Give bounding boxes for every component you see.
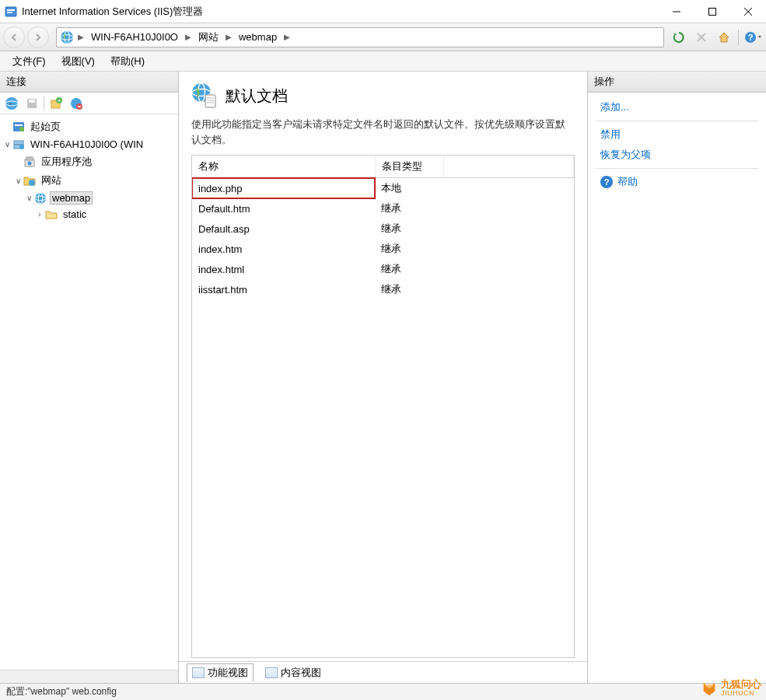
svg-rect-31	[26, 157, 33, 160]
default-documents-table[interactable]: 名称 条目类型 index.php本地 Default.htm继承 Defaul…	[192, 156, 574, 299]
action-revert[interactable]: 恢复为父项	[588, 145, 766, 165]
save-icon[interactable]	[23, 95, 40, 112]
forward-button[interactable]	[27, 26, 49, 48]
svg-point-32	[28, 162, 32, 166]
action-disable[interactable]: 禁用	[588, 124, 766, 145]
svg-point-29	[19, 145, 24, 149]
minimize-button[interactable]	[659, 0, 694, 23]
refresh-button[interactable]	[669, 28, 689, 47]
status-text: 配置:"webmap" web.config	[6, 685, 117, 698]
svg-point-26	[19, 127, 24, 131]
feature-pane: 默认文档 使用此功能指定当客户端未请求特定文件名时返回的默认文件。按优先级顺序设…	[179, 72, 587, 683]
connections-tree[interactable]: 起始页 ∨ WIN-F6AH10J0I0O (WIN 应用程序池 ∨ 网站 ∨	[0, 114, 178, 670]
separator	[596, 121, 758, 121]
add-connection-icon[interactable]: +	[47, 95, 65, 112]
svg-rect-25	[15, 124, 23, 126]
menu-view[interactable]: 视图(V)	[54, 52, 103, 71]
table-row[interactable]: Default.asp继承	[192, 219, 574, 239]
menu-help[interactable]: 帮助(H)	[103, 52, 152, 71]
connections-pane: 连接 + 起始页 ∨ WIN-F6AH10J0I0O (WIN 应用程序池	[0, 72, 179, 683]
close-button[interactable]	[730, 0, 766, 23]
svg-point-33	[29, 180, 35, 186]
separator	[738, 30, 739, 45]
view-tabs: 功能视图 内容视图	[179, 661, 587, 683]
collapse-icon[interactable]: ∨	[2, 140, 12, 149]
address-bar: ▶ WIN-F6AH10J0I0O ▶ 网站 ▶ webmap ▶ ?	[0, 23, 766, 51]
tree-app-pools[interactable]: 应用程序池	[2, 152, 177, 171]
stop-button[interactable]	[691, 28, 712, 47]
column-spacer	[444, 156, 574, 178]
tree-server[interactable]: ∨ WIN-F6AH10J0I0O (WIN	[2, 136, 177, 152]
home-button[interactable]	[714, 28, 734, 47]
breadcrumb-webmap[interactable]: webmap	[234, 28, 282, 47]
expand-icon[interactable]: ›	[34, 210, 45, 219]
column-entry-type[interactable]: 条目类型	[375, 156, 443, 178]
site-icon	[34, 192, 47, 205]
breadcrumb-sites[interactable]: 网站	[194, 28, 223, 47]
tab-features-view[interactable]: 功能视图	[187, 663, 254, 682]
column-name[interactable]: 名称	[192, 156, 375, 178]
connect-icon[interactable]	[3, 95, 20, 112]
features-view-icon	[192, 667, 205, 678]
default-document-icon	[191, 82, 218, 109]
svg-point-7	[61, 31, 73, 44]
sites-folder-icon	[23, 174, 36, 187]
connections-header: 连接	[0, 72, 178, 93]
horizontal-scrollbar[interactable]	[0, 670, 178, 683]
table-row[interactable]: index.html继承	[192, 259, 574, 279]
table-row[interactable]: index.php本地	[192, 178, 574, 199]
folder-icon	[45, 208, 58, 221]
tree-start-page[interactable]: 起始页	[2, 117, 177, 136]
tree-folder-static[interactable]: › static	[2, 206, 177, 222]
start-page-icon	[12, 121, 25, 133]
tree-site-webmap[interactable]: ∨ webmap	[2, 190, 177, 206]
fox-icon	[701, 680, 718, 697]
chevron-right-icon: ▶	[223, 33, 234, 41]
svg-rect-40	[205, 95, 215, 107]
action-help[interactable]: ? 帮助	[588, 172, 766, 192]
svg-rect-4	[709, 8, 716, 15]
help-icon: ?	[600, 176, 613, 188]
menu-file[interactable]: 文件(F)	[5, 52, 54, 71]
collapse-icon[interactable]: ∨	[23, 194, 34, 202]
svg-text:+: +	[58, 97, 61, 104]
actions-pane: 操作 添加... 禁用 恢复为父项 ? 帮助	[587, 72, 766, 683]
back-button[interactable]	[3, 26, 25, 48]
title-bar: Internet Information Services (IIS)管理器	[0, 0, 766, 23]
separator	[596, 168, 758, 169]
tree-sites[interactable]: ∨ 网站	[2, 171, 177, 190]
content-view-icon	[265, 667, 278, 678]
breadcrumb[interactable]: ▶ WIN-F6AH10J0I0O ▶ 网站 ▶ webmap ▶	[56, 27, 664, 47]
feature-title: 默认文档	[226, 86, 288, 107]
menu-bar: 文件(F) 视图(V) 帮助(H)	[0, 51, 766, 72]
server-icon	[12, 138, 25, 151]
breadcrumb-server[interactable]: WIN-F6AH10J0I0O	[86, 28, 183, 47]
app-icon	[5, 5, 17, 18]
chevron-right-icon: ▶	[75, 33, 86, 41]
separator	[44, 96, 44, 110]
connections-toolbar: +	[0, 93, 178, 114]
remove-connection-icon[interactable]	[68, 95, 85, 112]
chevron-right-icon: ▶	[183, 33, 194, 41]
actions-header: 操作	[588, 72, 766, 93]
svg-text:?: ?	[748, 33, 754, 42]
svg-rect-17	[29, 100, 35, 103]
table-row[interactable]: index.htm继承	[192, 239, 574, 259]
window-title: Internet Information Services (IIS)管理器	[22, 5, 659, 19]
table-row[interactable]: iisstart.htm继承	[192, 279, 574, 299]
feature-description: 使用此功能指定当客户端未请求特定文件名时返回的默认文件。按优先级顺序设置默认文档…	[191, 117, 575, 147]
action-add[interactable]: 添加...	[588, 97, 766, 117]
app-pools-icon	[23, 156, 36, 168]
status-bar: 配置:"webmap" web.config	[0, 683, 766, 700]
svg-rect-27	[14, 141, 23, 145]
svg-point-34	[35, 193, 46, 204]
collapse-icon[interactable]: ∨	[12, 177, 23, 185]
watermark: 九狐问心 JIUHUCN	[701, 679, 761, 697]
chevron-right-icon: ▶	[282, 33, 292, 41]
tab-content-view[interactable]: 内容视图	[260, 663, 327, 682]
table-row[interactable]: Default.htm继承	[192, 198, 574, 219]
help-dropdown-button[interactable]: ?	[743, 28, 763, 47]
svg-rect-1	[7, 9, 15, 11]
svg-rect-2	[7, 12, 12, 13]
maximize-button[interactable]	[694, 0, 730, 23]
